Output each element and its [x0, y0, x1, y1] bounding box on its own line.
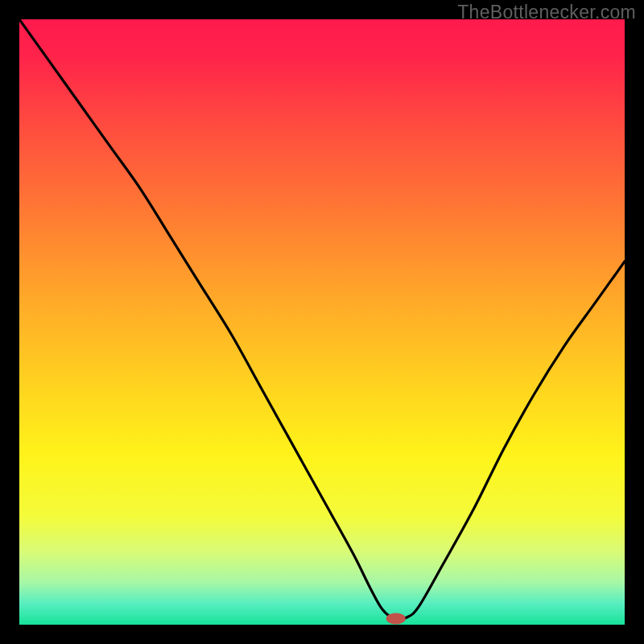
gradient-background [19, 19, 625, 625]
chart-svg [19, 19, 625, 625]
chart-frame: TheBottlenecker.com [0, 0, 644, 644]
watermark-text: TheBottlenecker.com [457, 2, 636, 23]
optimal-marker [386, 613, 406, 624]
plot-area [19, 19, 625, 625]
